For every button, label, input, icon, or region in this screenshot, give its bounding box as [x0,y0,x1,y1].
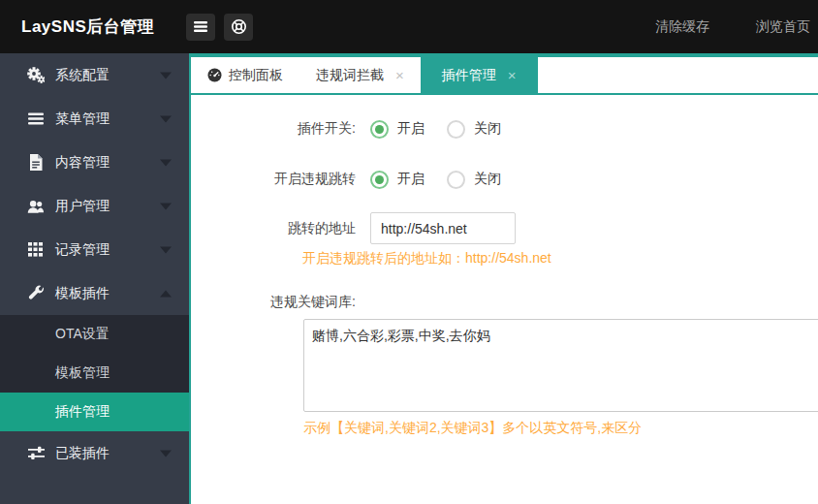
menu-list-icon [27,112,45,125]
radio-redirect-off[interactable] [447,171,465,189]
sidebar-subitem-plugin-management[interactable]: 插件管理 [0,393,189,431]
tab-label: 插件管理 [442,67,496,84]
users-icon [27,199,45,214]
form-row-redirect-url: 跳转的地址 [191,212,818,244]
sidebar-subitem-ota-settings[interactable]: OTA设置 [0,315,189,354]
topbar: LaySNS后台管理 清除缓存 浏览首页 [0,0,818,53]
radio-plugin-off-label[interactable]: 关闭 [474,120,501,138]
clear-cache-link[interactable]: 清除缓存 [655,18,709,36]
sliders-icon [27,446,45,460]
chevron-down-icon [160,203,172,209]
sidebar-item-label: 记录管理 [55,241,110,259]
sidebar: 系统配置 菜单管理 内容管理 用户管理 [0,53,189,504]
toggle-sidebar-button[interactable] [186,14,215,41]
browse-home-link[interactable]: 浏览首页 [756,18,810,36]
tab-label: 违规词拦截 [316,67,384,84]
radio-plugin-off[interactable] [447,120,465,139]
plugin-settings-form: 插件开关: 开启 关闭 开启违规跳转 开启 关闭 跳转的地址 开启违规跳转后的地… [191,95,818,504]
tab-bar: 控制面板 违规词拦截 插件管理 [191,53,818,95]
document-icon [27,154,45,171]
sidebar-item-user-management[interactable]: 用户管理 [0,184,189,228]
template-plugins-submenu: OTA设置 模板管理 插件管理 [0,315,189,431]
redirect-switch-label: 开启违规跳转 [191,171,363,188]
chevron-down-icon [160,450,172,457]
dashboard-icon [207,68,222,82]
life-ring-icon [231,18,247,35]
main-area: 控制面板 违规词拦截 插件管理 插件开关: 开启 关闭 [189,53,818,504]
plugin-switch-label: 插件开关: [191,120,363,138]
wrench-icon [27,285,45,301]
sidebar-item-content-management[interactable]: 内容管理 [0,141,189,184]
app-title: LaySNS后台管理 [0,16,186,38]
radio-redirect-off-label[interactable]: 关闭 [474,171,501,188]
sidebar-subitem-template-management[interactable]: 模板管理 [0,354,189,393]
keywords-hint: 示例【关键词,关键词2,关键词3】多个以英文符号,来区分 [303,420,818,437]
chevron-down-icon [160,72,172,79]
chevron-down-icon [160,115,172,122]
radio-redirect-on[interactable] [370,171,389,189]
form-row-plugin-switch: 插件开关: 开启 关闭 [191,111,818,146]
tab-dashboard[interactable]: 控制面板 [191,57,299,93]
sidebar-item-label: 菜单管理 [55,110,110,128]
sub-item-label: 插件管理 [55,403,110,421]
chevron-down-icon [160,159,172,166]
sidebar-item-label: 用户管理 [55,198,110,215]
hamburger-icon [193,20,208,33]
redirect-url-input[interactable] [370,212,516,244]
chevron-down-icon [160,246,172,253]
sidebar-item-template-plugins[interactable]: 模板插件 [0,271,189,315]
redirect-url-hint: 开启违规跳转后的地址如：http://54sh.net [302,250,818,268]
redirect-url-label: 跳转的地址 [191,220,363,237]
sidebar-item-label: 内容管理 [55,154,110,172]
radio-plugin-on[interactable] [370,120,389,139]
chevron-up-icon [160,290,172,297]
sidebar-item-label: 系统配置 [55,67,110,84]
radio-plugin-on-label[interactable]: 开启 [397,120,425,138]
sub-item-label: OTA设置 [55,326,110,343]
tab-word-block[interactable]: 违规词拦截 [299,57,421,93]
tab-label: 控制面板 [229,67,283,84]
keywords-label: 违规关键词库: [191,294,363,311]
close-icon[interactable] [508,68,517,82]
help-button[interactable] [224,14,253,41]
sub-item-label: 模板管理 [55,364,110,382]
sidebar-item-label: 模板插件 [55,285,110,302]
sidebar-item-system-config[interactable]: 系统配置 [0,53,189,97]
grid-icon [27,242,45,257]
keywords-textarea[interactable]: 赌博,六合彩,彩票,中奖,去你妈 [303,319,818,412]
close-icon[interactable] [395,68,404,82]
sidebar-item-label: 已装插件 [55,445,110,462]
form-row-redirect-switch: 开启违规跳转 开启 关闭 [191,162,818,197]
tab-plugin-management[interactable]: 插件管理 [421,53,538,93]
cogs-icon [27,67,45,83]
sidebar-item-installed-plugins[interactable]: 已装插件 [0,431,189,475]
sidebar-item-record-management[interactable]: 记录管理 [0,228,189,271]
sidebar-item-menu-management[interactable]: 菜单管理 [0,97,189,141]
radio-redirect-on-label[interactable]: 开启 [397,171,425,188]
